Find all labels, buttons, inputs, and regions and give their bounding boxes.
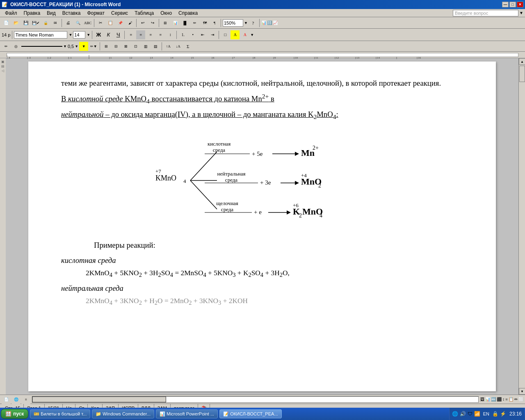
start-button[interactable]: 🪟 пуск (1, 409, 28, 419)
line-spacing-button[interactable]: ↕ (166, 30, 175, 39)
doc-scroll-area[interactable]: теми же реагентами, зависят от характера… (6, 58, 518, 395)
upper-branch-line (190, 152, 217, 180)
bold-button[interactable]: Ж (94, 30, 103, 39)
maximize-button[interactable]: □ (509, 2, 516, 7)
menu-window[interactable]: Окно (157, 9, 175, 17)
new-button[interactable]: 📄 (2, 18, 11, 27)
view-btn1[interactable]: ▣ (1, 60, 5, 64)
taskbar-item-commander[interactable]: 📁 Windows Commander... (92, 409, 154, 418)
show-hide-button[interactable]: ¶ (210, 18, 219, 27)
help-search-box[interactable]: Введите вопрос (453, 10, 518, 16)
insert-excel-button[interactable]: 📊 (171, 18, 180, 27)
menu-tools[interactable]: Сервис (108, 9, 131, 17)
align-right-button[interactable]: ≡ (146, 30, 155, 39)
highlight-button[interactable]: A (231, 30, 240, 39)
insert-table-button[interactable]: ⊞ (161, 18, 170, 27)
table-btn1[interactable]: ⊞ (102, 42, 111, 51)
spacing-dropdown[interactable]: ▼ (75, 44, 78, 48)
align-left-button[interactable]: ≡ (126, 30, 135, 39)
increase-indent-button[interactable]: ⇥ (208, 30, 217, 39)
scroll-up-button[interactable]: ▲ (519, 58, 525, 65)
table-btn4[interactable]: ⊡ (131, 42, 140, 51)
cut-button[interactable]: ✂ (96, 18, 105, 27)
save-all-button[interactable]: 💾✔ (31, 18, 40, 27)
outline-view-btn[interactable]: ≡ (21, 395, 30, 404)
fill-color-button[interactable]: ▼ (79, 42, 88, 51)
justify-button[interactable]: ≡ (156, 30, 165, 39)
zoom-input[interactable] (223, 19, 243, 27)
sigma-button[interactable]: Σ (183, 42, 192, 51)
border-button[interactable]: □ (221, 30, 230, 39)
menu-format[interactable]: Формат (84, 9, 108, 17)
kmno4-sub: 4 (146, 98, 150, 105)
permissions-button[interactable]: 🔒 (41, 18, 50, 27)
horizontal-scrollbar[interactable] (32, 396, 479, 403)
web-view-btn[interactable]: 🌐 (11, 395, 21, 404)
scroll-down-button[interactable]: ▼ (519, 388, 525, 395)
save-button[interactable]: 💾 (21, 18, 30, 27)
menu-file[interactable]: Файл (2, 9, 21, 17)
print-button[interactable]: 🖨 (64, 18, 73, 27)
sort-btn1[interactable]: ↑A (164, 42, 173, 51)
columns-button[interactable]: ▐▌ (180, 18, 189, 27)
undo-button[interactable]: ↩ (138, 18, 147, 27)
line-color-button[interactable]: ✏▼ (89, 42, 98, 51)
italic-button[interactable]: К (104, 30, 113, 39)
normal-view-btn[interactable]: 📄 (2, 395, 11, 404)
zoom-dropdown[interactable]: ▼ (244, 21, 248, 25)
draw-btn2[interactable]: ◎ (11, 42, 21, 51)
font-size-input[interactable] (73, 31, 85, 39)
menu-help[interactable]: Справка (175, 9, 201, 17)
line-dropdown[interactable]: ▼ (63, 44, 67, 48)
taskbar-item-bilety[interactable]: 🎫 Билеты в большой т... (30, 409, 90, 418)
print-preview-button[interactable]: 🔍 (73, 18, 82, 27)
font-name-input[interactable] (14, 31, 67, 39)
lang-tray[interactable]: EN (482, 411, 491, 417)
decrease-indent-button[interactable]: ⇤ (198, 30, 207, 39)
bottom-icon9: ⬜ (518, 397, 523, 402)
align-center-button[interactable]: ≡ (136, 30, 145, 39)
view-btn3[interactable]: ◁ (2, 69, 4, 73)
underline-button[interactable]: Ч (114, 30, 123, 39)
bullets-button[interactable]: • (188, 30, 197, 39)
numbering-button[interactable]: 1. (178, 30, 187, 39)
drawing-button[interactable]: ✏ (190, 18, 199, 27)
menu-view[interactable]: Вид (43, 9, 59, 17)
ruler: -4 -3 -2 -1 1 2 3 4 5 6 7 8 9 (0, 52, 525, 58)
view-btn2[interactable]: ▤ (1, 64, 5, 68)
taskbar-item-word[interactable]: 📝 ОКИСЛ-ВОССТ_РЕА... (219, 409, 281, 418)
redo-button[interactable]: ↪ (148, 18, 157, 27)
table-btn5[interactable]: ▥ (141, 42, 150, 51)
scroll-thumb[interactable] (519, 66, 525, 82)
paste-button[interactable]: 📌 (116, 18, 125, 27)
format-painter-button[interactable]: 🖌 (126, 18, 135, 27)
right-scrollbar[interactable]: ▲ ▼ (518, 58, 525, 395)
scroll-track[interactable] (519, 65, 525, 388)
sort-btn2[interactable]: ↓A (173, 42, 183, 51)
table-btn2[interactable]: ⊟ (112, 42, 121, 51)
draw-btn1[interactable]: ✏ (2, 42, 11, 51)
menu-table[interactable]: Таблица (131, 9, 157, 17)
email-button[interactable]: ✉ (51, 18, 60, 27)
svg-text:3: 3 (151, 56, 153, 59)
menu-insert[interactable]: Вставка (59, 9, 84, 17)
minimize-button[interactable]: — (502, 2, 509, 7)
help-dropdown-icon[interactable]: ▼ (519, 11, 523, 15)
table-btn3[interactable]: ⊠ (121, 42, 130, 51)
font-size-dropdown[interactable]: ▼ (87, 33, 90, 37)
font-color-dropdown[interactable]: ▼ (250, 33, 254, 37)
menu-edit[interactable]: Правка (21, 9, 44, 17)
h-scroll-thumb[interactable] (32, 397, 166, 402)
font-color-button[interactable]: A (240, 30, 249, 39)
taskbar-label3: Microsoft PowerPoint ... (167, 411, 214, 416)
font-name-dropdown[interactable]: ▼ (68, 33, 72, 37)
document-map-button[interactable]: 🗺 (200, 18, 209, 27)
open-button[interactable]: 📂 (11, 18, 21, 27)
help-button[interactable]: ? (249, 18, 258, 27)
close-button[interactable]: ✕ (517, 2, 523, 7)
spell-button[interactable]: ABC (83, 18, 92, 27)
line-style[interactable] (21, 46, 62, 47)
copy-button[interactable]: 📋 (106, 18, 115, 27)
table-btn6[interactable]: ▤ (151, 42, 160, 51)
taskbar-item-powerpoint[interactable]: 📊 Microsoft PowerPoint ... (156, 409, 218, 418)
